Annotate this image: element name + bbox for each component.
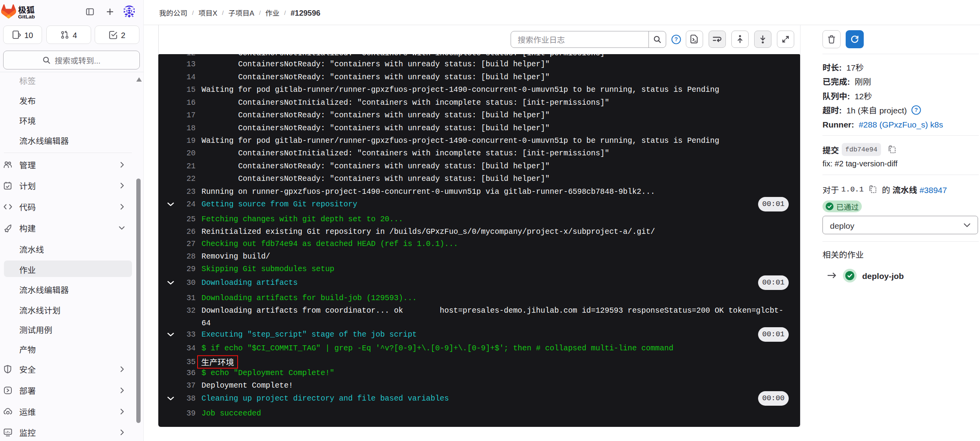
svg-text:?: ? [914, 107, 918, 113]
svg-text:?: ? [674, 36, 678, 42]
